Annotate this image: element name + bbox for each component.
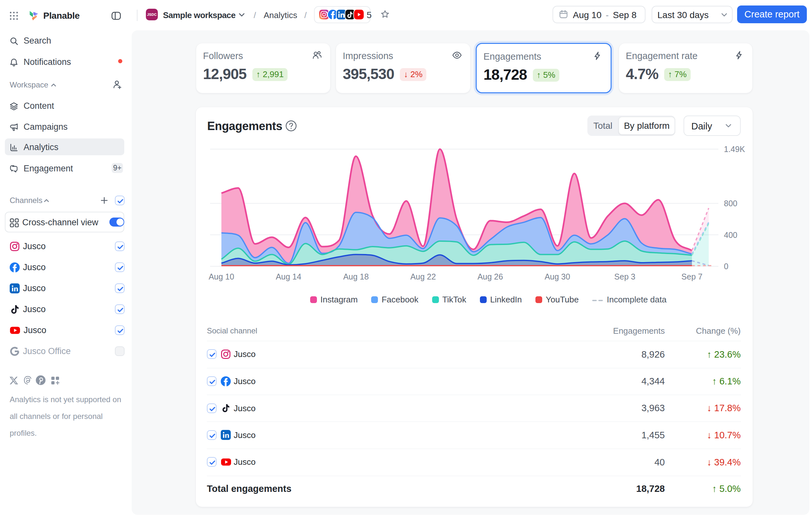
svg-text:Aug 22: Aug 22	[410, 272, 436, 281]
svg-text:Aug 30: Aug 30	[545, 272, 570, 281]
svg-text:0: 0	[724, 262, 728, 271]
svg-text:Aug 10: Aug 10	[208, 272, 234, 281]
svg-text:Aug 26: Aug 26	[477, 272, 503, 281]
svg-text:Aug 14: Aug 14	[276, 272, 301, 281]
svg-text:400: 400	[724, 230, 737, 239]
svg-text:1.49K: 1.49K	[724, 145, 745, 154]
svg-text:800: 800	[724, 199, 737, 208]
svg-text:Sep 7: Sep 7	[681, 272, 702, 281]
svg-text:Aug 18: Aug 18	[343, 272, 369, 281]
svg-text:Sep 3: Sep 3	[614, 272, 635, 281]
